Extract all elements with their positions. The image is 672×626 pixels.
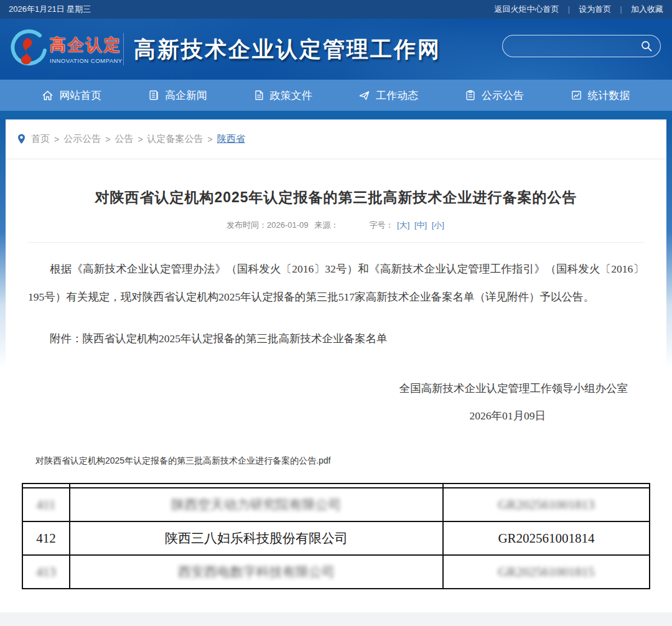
table-row-412: 412 陕西三八妇乐科技股份有限公司 GR202561001814 bbox=[22, 521, 650, 555]
document-icon bbox=[254, 90, 264, 101]
clipboard-icon bbox=[465, 90, 476, 101]
breadcrumb-notice[interactable]: 公告 bbox=[114, 133, 133, 145]
fontsize-large-button[interactable]: [大] bbox=[397, 220, 409, 230]
nav-item-statistics[interactable]: 统计数据 bbox=[571, 88, 630, 103]
logo-title: 高企认定 bbox=[50, 34, 123, 56]
nav-item-announcements[interactable]: 公示公告 bbox=[465, 88, 524, 103]
nav-item-label: 高企新闻 bbox=[165, 88, 207, 103]
fontsize-label: 字号： bbox=[369, 220, 393, 230]
add-favorite-link[interactable]: 加入收藏 bbox=[631, 4, 663, 15]
fontsize-small-button[interactable]: [小] bbox=[432, 220, 444, 230]
nav-item-policy[interactable]: 政策文件 bbox=[254, 88, 312, 103]
nav-item-news[interactable]: 高企新闻 bbox=[148, 88, 207, 103]
table-row-411: 411 陕西空天动力研究院有限公司 GR202561001813 bbox=[22, 488, 650, 521]
topbar-separator: ｜ bbox=[617, 4, 625, 15]
nav-item-label: 公示公告 bbox=[482, 88, 524, 103]
search-box[interactable] bbox=[502, 35, 661, 57]
fontsize-medium-button[interactable]: [中] bbox=[414, 220, 427, 230]
company-name: 陕西三八妇乐科技股份有限公司 bbox=[165, 530, 348, 547]
nav-bottom-strip bbox=[0, 111, 672, 119]
return-torch-home-link[interactable]: 返回火炬中心首页 bbox=[494, 4, 559, 15]
nav-item-label: 工作动态 bbox=[376, 88, 418, 103]
logo-icon bbox=[9, 29, 49, 69]
row-number: 412 bbox=[36, 531, 56, 546]
attachment-line: 附件：陕西省认定机构2025年认定报备的第三批高新技术企业备案名单 bbox=[28, 331, 644, 346]
table-row-413: 413 西安西电数字科技有限公司 GR202561001815 bbox=[22, 555, 650, 589]
paper-plane-icon bbox=[358, 90, 370, 101]
article-content: 对陕西省认定机构2025年认定报备的第三批高新技术企业进行备案的公告 发布时间：… bbox=[6, 159, 666, 589]
table-row-partial bbox=[22, 484, 650, 488]
article-meta: 发布时间：2026-01-09 来源： 字号： [大] [中] [小] bbox=[28, 220, 644, 231]
certificate-number: GR202561001813 bbox=[498, 497, 594, 513]
nav-item-label: 政策文件 bbox=[270, 88, 312, 103]
company-name: 陕西空天动力研究院有限公司 bbox=[172, 496, 342, 513]
breadcrumb-separator: > bbox=[138, 134, 142, 144]
company-name: 西安西电数字科技有限公司 bbox=[178, 563, 335, 581]
site-title: 高新技术企业认定管理工作网 bbox=[134, 35, 441, 64]
breadcrumb-current-shaanxi[interactable]: 陕西省 bbox=[217, 133, 245, 145]
left-edge-stripe bbox=[0, 119, 6, 368]
breadcrumb-separator: > bbox=[105, 134, 110, 144]
nav-item-label: 统计数据 bbox=[588, 88, 630, 103]
row-number: 411 bbox=[37, 497, 56, 513]
location-pin-icon bbox=[17, 133, 26, 145]
main-nav: 网站首页 高企新闻 政策文件 工作动态 公示公告 统计数据 bbox=[0, 80, 672, 111]
logo-subtitle: INNOVATION COMPANY bbox=[50, 57, 123, 64]
nav-item-work[interactable]: 工作动态 bbox=[358, 88, 418, 103]
topbar-separator: ｜ bbox=[565, 4, 572, 15]
publish-date: 2026-01-09 bbox=[267, 220, 309, 230]
home-icon bbox=[42, 90, 54, 101]
filing-table: 411 陕西空天动力研究院有限公司 GR202561001813 412 陕西三… bbox=[22, 483, 650, 589]
certificate-number: GR202561001814 bbox=[498, 531, 594, 546]
search-input[interactable] bbox=[503, 41, 640, 51]
right-edge-stripe bbox=[666, 119, 672, 368]
news-icon bbox=[148, 90, 159, 101]
meta-divider bbox=[28, 242, 644, 243]
footer-band bbox=[0, 612, 672, 626]
signature-date: 2026年01月09日 bbox=[28, 408, 644, 423]
breadcrumb-announcements[interactable]: 公示公告 bbox=[63, 133, 101, 145]
set-homepage-link[interactable]: 设为首页 bbox=[579, 4, 611, 15]
site-header: 高企认定 INNOVATION COMPANY 高新技术企业认定管理工作网 bbox=[0, 19, 672, 80]
topbar-date: 2026年1月21日 星期三 bbox=[9, 4, 91, 15]
site-logo[interactable]: 高企认定 INNOVATION COMPANY bbox=[9, 29, 118, 69]
breadcrumb-home[interactable]: 首页 bbox=[31, 133, 50, 145]
nav-item-home[interactable]: 网站首页 bbox=[42, 88, 101, 103]
row-number: 413 bbox=[36, 564, 56, 580]
signature-office: 全国高新技术企业认定管理工作领导小组办公室 bbox=[28, 381, 644, 396]
article-title: 对陕西省认定机构2025年认定报备的第三批高新技术企业进行备案的公告 bbox=[28, 159, 644, 207]
breadcrumb: 首页 > 公示公告 > 公告 > 认定备案公告 > 陕西省 bbox=[6, 119, 666, 159]
chart-icon bbox=[571, 90, 582, 101]
topbar: 2026年1月21日 星期三 返回火炬中心首页 ｜ 设为首页 ｜ 加入收藏 bbox=[0, 0, 672, 19]
search-icon[interactable] bbox=[640, 40, 653, 52]
pdf-attachment-link[interactable]: 对陕西省认定机构2025年认定报备的第三批高新技术企业进行备案的公告.pdf bbox=[35, 455, 331, 467]
breadcrumb-separator: > bbox=[54, 134, 59, 144]
breadcrumb-filing-notice[interactable]: 认定备案公告 bbox=[147, 133, 203, 145]
article-paragraph: 根据《高新技术企业认定管理办法》（国科发火〔2016〕32号）和《高新技术企业认… bbox=[28, 255, 644, 311]
header-divider bbox=[123, 33, 124, 65]
publish-time-label: 发布时间： bbox=[226, 220, 267, 230]
breadcrumb-separator: > bbox=[208, 134, 213, 144]
source-label: 来源： bbox=[314, 220, 338, 230]
nav-item-label: 网站首页 bbox=[59, 88, 101, 103]
certificate-number: GR202561001815 bbox=[498, 564, 594, 580]
